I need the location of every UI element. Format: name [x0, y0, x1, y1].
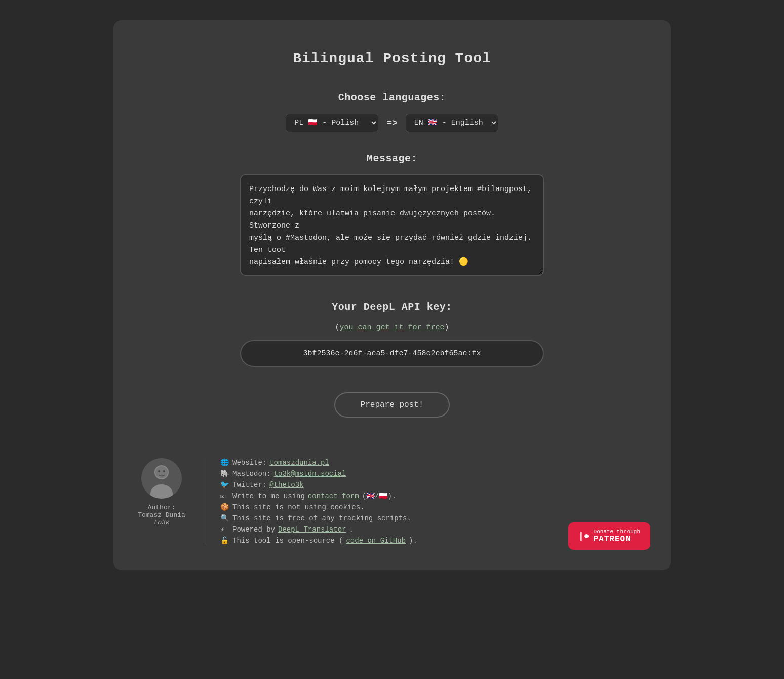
api-key-input[interactable] [240, 340, 544, 367]
globe-icon: 🌐 [220, 458, 229, 467]
arrow-label: => [386, 118, 398, 128]
api-key-subtitle: (you can get it for free) [134, 323, 650, 332]
svg-point-4 [158, 470, 160, 472]
author-name: Tomasz Dunia [138, 511, 185, 519]
opensource-icon: 🔓 [220, 536, 229, 545]
author-block: Author: Tomasz Dunia to3k [134, 458, 189, 526]
github-link[interactable]: code on GitHub [346, 537, 406, 545]
tracking-icon: 🔍 [220, 514, 229, 522]
email-icon: ✉️ [220, 492, 229, 500]
mastodon-link[interactable]: to3k@mstdn.social [274, 470, 346, 478]
target-language-select[interactable]: EN 🇬🇧 - English PL 🇵🇱 - Polish [406, 114, 498, 132]
api-key-label: Your DeepL API key: [134, 301, 650, 313]
author-label: Author: [148, 504, 176, 511]
patreon-icon: |● [578, 531, 590, 541]
svg-point-5 [163, 470, 165, 472]
donate-bottom-text: PATREON [594, 535, 631, 544]
message-label: Message: [134, 153, 650, 164]
donate-top-text: Donate through [594, 529, 640, 535]
info-cookies: 🍪 This site is not using cookies. [220, 503, 650, 511]
source-language-select[interactable]: PL 🇵🇱 - Polish EN 🇬🇧 - English [286, 114, 378, 132]
info-twitter: 🐦 Twitter: @theto3k [220, 480, 650, 489]
page-title: Bilingual Posting Tool [134, 51, 650, 66]
info-tracking: 🔍 This site is free of any tracking scri… [220, 514, 650, 522]
mastodon-icon: 🐘 [220, 469, 229, 478]
donate-patreon-button[interactable]: |● Donate through PATREON [568, 522, 650, 550]
footer-divider [205, 458, 205, 545]
deepl-icon: ⚡ [220, 525, 229, 534]
svg-point-3 [155, 466, 168, 478]
contact-form-link[interactable]: contact form [308, 492, 359, 500]
cookie-icon: 🍪 [220, 503, 229, 511]
author-avatar [141, 458, 182, 499]
twitter-icon: 🐦 [220, 480, 229, 489]
donate-text: Donate through PATREON [594, 529, 640, 544]
info-website: 🌐 Website: tomaszdunia.pl [220, 458, 650, 467]
message-textarea[interactable]: Przychodzę do Was z moim kolejnym małym … [240, 174, 544, 276]
languages-label: Choose languages: [134, 92, 650, 103]
twitter-link[interactable]: @theto3k [269, 481, 303, 489]
author-handle: to3k [153, 519, 169, 526]
deepl-link[interactable]: DeepL Translator [278, 525, 346, 534]
language-selector-row: PL 🇵🇱 - Polish EN 🇬🇧 - English => EN 🇬🇧 … [134, 114, 650, 132]
get-api-key-link[interactable]: you can get it for free [339, 323, 444, 332]
prepare-post-button[interactable]: Prepare post! [334, 392, 450, 418]
info-contact: ✉️ Write to me using contact form (🇬🇧/🇵🇱… [220, 492, 650, 500]
info-mastodon: 🐘 Mastodon: to3k@mstdn.social [220, 469, 650, 478]
main-container: Bilingual Posting Tool Choose languages:… [113, 20, 671, 570]
website-link[interactable]: tomaszdunia.pl [269, 459, 329, 467]
subtitle-post: ) [445, 323, 449, 332]
